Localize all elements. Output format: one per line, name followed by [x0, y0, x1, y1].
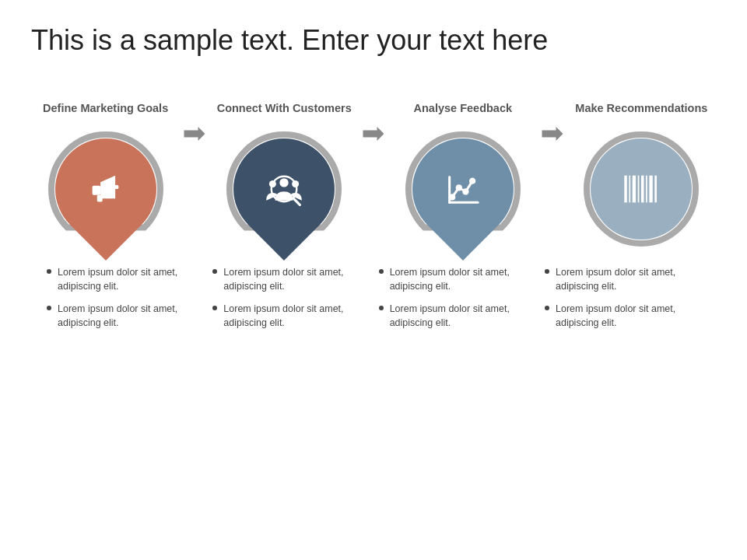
svg-rect-25 [650, 176, 653, 203]
bullet-dot [379, 269, 384, 274]
slide: This is a sample text. Enter your text h… [0, 0, 747, 560]
step-4-inner [591, 138, 692, 240]
chart-icon [443, 169, 483, 209]
bullets-row: Lorem ipsum dolor sit amet, adipiscing e… [31, 254, 716, 339]
step-1: Define Marketing Goals [31, 80, 180, 254]
svg-marker-10 [363, 127, 384, 141]
svg-rect-0 [92, 186, 100, 195]
step-1-heading: Define Marketing Goals [43, 80, 168, 114]
step-3-bullets: Lorem ipsum dolor sit amet, adipiscing e… [379, 266, 535, 339]
step-3-bullet-2: Lorem ipsum dolor sit amet, adipiscing e… [379, 303, 535, 330]
step-4-bullet-2: Lorem ipsum dolor sit amet, adipiscing e… [545, 303, 700, 330]
bullet-dot [212, 269, 217, 274]
svg-rect-19 [625, 176, 627, 203]
bullet-dot [47, 306, 51, 310]
svg-rect-21 [633, 176, 636, 203]
barcode-icon [621, 169, 661, 209]
step-2-bullet-2: Lorem ipsum dolor sit amet, adipiscing e… [212, 303, 368, 330]
svg-marker-4 [184, 127, 205, 141]
arrow-1 [180, 80, 209, 141]
svg-point-16 [470, 179, 474, 183]
bullet-dot [545, 269, 549, 274]
step-3-inner [412, 138, 514, 240]
svg-rect-2 [96, 195, 102, 202]
svg-rect-20 [630, 176, 631, 203]
bullet-dot [47, 269, 51, 274]
svg-marker-1 [100, 176, 115, 198]
svg-point-14 [457, 186, 461, 190]
step-2-bullets: Lorem ipsum dolor sit amet, adipiscing e… [212, 266, 368, 339]
step-2-icon-rot [264, 169, 304, 209]
step-3-bullet-1: Lorem ipsum dolor sit amet, adipiscing e… [379, 266, 535, 293]
svg-point-13 [450, 195, 454, 199]
step-2-bullet-1: Lorem ipsum dolor sit amet, adipiscing e… [212, 266, 368, 293]
step-1-bullet-1: Lorem ipsum dolor sit amet, adipiscing e… [47, 266, 202, 293]
arrow-2-icon [363, 127, 384, 141]
step-3-icon-rot [443, 169, 483, 209]
arrow-3 [537, 80, 566, 141]
step-4: Make Recommendations [567, 80, 716, 254]
step-3-shape [391, 117, 535, 261]
megaphone-icon [86, 169, 126, 209]
bullet-dot [212, 306, 217, 310]
step-2-icon-container [219, 124, 349, 254]
arrow-1-icon [184, 127, 205, 141]
arrow-2 [359, 80, 388, 141]
step-2-heading: Connect With Customers [217, 80, 352, 114]
step-4-bullets: Lorem ipsum dolor sit amet, adipiscing e… [545, 266, 700, 339]
step-1-bullet-2: Lorem ipsum dolor sit amet, adipiscing e… [47, 303, 202, 330]
svg-rect-24 [646, 176, 647, 203]
bullet-dot [379, 306, 384, 310]
svg-point-15 [464, 190, 468, 194]
svg-rect-22 [638, 176, 640, 203]
slide-title: This is a sample text. Enter your text h… [31, 23, 716, 57]
step-4-bullet-1: Lorem ipsum dolor sit amet, adipiscing e… [545, 266, 700, 293]
step-2: Connect With Customers [210, 80, 359, 254]
svg-rect-26 [655, 176, 658, 203]
step-1-bullets: Lorem ipsum dolor sit amet, adipiscing e… [47, 266, 202, 339]
step-1-icon-rot [86, 169, 126, 209]
step-3-heading: Analyse Feedback [414, 80, 513, 114]
step-3: Analyse Feedback [388, 80, 537, 254]
step-3-icon-container [398, 124, 528, 254]
step-4-icon-container [576, 124, 707, 254]
step-1-shape [34, 117, 177, 261]
steps-area: Define Marketing Goals [31, 80, 716, 254]
step-1-inner [55, 138, 156, 240]
svg-line-9 [293, 198, 300, 205]
step-2-shape [212, 117, 356, 261]
svg-marker-17 [542, 127, 563, 141]
svg-rect-23 [641, 176, 644, 203]
arrow-3-icon [542, 127, 563, 141]
svg-point-5 [280, 178, 289, 187]
step-4-shape [591, 138, 692, 240]
step-4-icon-norot [621, 169, 661, 209]
users-icon [264, 169, 304, 209]
step-2-inner [233, 138, 335, 240]
bullet-dot [545, 306, 549, 310]
step-4-heading: Make Recommendations [575, 80, 707, 114]
step-1-icon-container [40, 124, 171, 254]
